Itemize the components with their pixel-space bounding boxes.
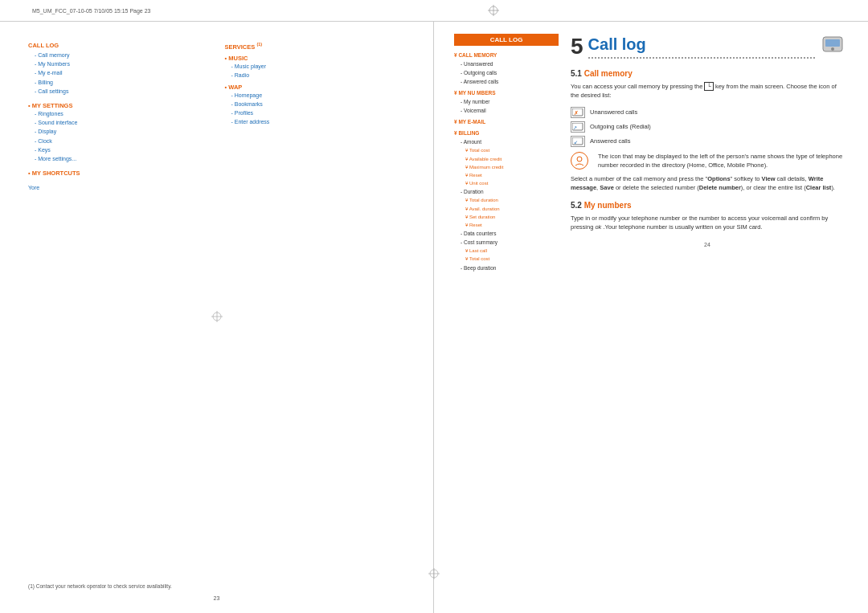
menu-voicemail: Voicemail (461, 106, 559, 115)
chapter-title: Call log (588, 35, 815, 59)
nav-profiles: Profiles (231, 108, 406, 117)
my-settings-title: MY SETTINGS (28, 102, 209, 109)
menu-outgoing: Outgoing calls (461, 68, 559, 77)
menu-my-number: My number (461, 97, 559, 106)
yore-text: Yore (28, 185, 209, 190)
footnote: (1) Contact your network operator to che… (28, 575, 405, 589)
menu-tree: CALL MEMORY Unanswered Outgoing calls An… (454, 51, 559, 272)
content-area: CALL LOG Call memory My Numbers My e-mai… (0, 22, 868, 613)
unanswered-label: Unanswered calls (590, 108, 637, 116)
wap-title: WAP (225, 84, 406, 91)
left-reg-mark-center (211, 311, 223, 324)
icon-row-answered: ↙ Answered calls (571, 136, 844, 147)
nav-sound: Sound interface (35, 118, 209, 127)
nav-radio: Radio (231, 71, 406, 80)
services-section: SERVICES (1) (225, 42, 406, 51)
nav-bookmarks: Bookmarks (231, 100, 406, 108)
svg-text:↙: ↙ (574, 140, 578, 145)
outgoing-icon: ↗ (571, 121, 585, 133)
chapter-number: 5 (571, 34, 583, 59)
menu-answered: Answered calls (461, 77, 559, 86)
nav-call-settings: Call settings (35, 87, 209, 96)
music-section: MUSIC Music player Radio (225, 55, 406, 80)
page-container: M5_UM_FCC_07-10-05 7/10/05 15:15 Page 23… (0, 0, 868, 613)
menu-reset-2: Reset (465, 221, 559, 229)
answered-label: Answered calls (590, 137, 630, 145)
menu-maximum-credit: Maximum credit (465, 163, 559, 171)
directory-icon-row: The icon that may be displayed to the le… (571, 152, 844, 170)
nav-call-memory: Call memory (35, 51, 209, 59)
section-52-title: 5.2 My numbers (571, 201, 844, 210)
icon-row-unanswered: ✗ Unanswered calls (571, 107, 844, 118)
wap-section: WAP Homepage Bookmarks Profiles Enter ad… (225, 84, 406, 127)
services-superscript: (1) (256, 42, 262, 47)
header-text: M5_UM_FCC_07-10-05 7/10/05 15:15 Page 23 (32, 8, 150, 14)
header-bar: M5_UM_FCC_07-10-05 7/10/05 15:15 Page 23 (0, 0, 868, 22)
nav-more-settings: More settings... (35, 154, 209, 163)
menu-data-counters: Data counters (461, 229, 559, 238)
svg-text:↗: ↗ (573, 125, 577, 130)
section-51-num: 5.1 (571, 69, 584, 78)
icon-list: ✗ Unanswered calls ↗ (571, 107, 844, 147)
left-page-number: 23 (28, 595, 405, 601)
registration-mark-top (488, 5, 499, 16)
main-content: 5 Call log 5.1 Call memory (571, 34, 844, 601)
menu-unanswered: Unanswered (461, 59, 559, 68)
right-reg-mark (428, 568, 440, 581)
nav-ringtones: Ringtones (35, 109, 209, 118)
my-shortcuts-section: MY SHORTCUTS (28, 170, 209, 177)
nav-display: Display (35, 127, 209, 136)
music-title: MUSIC (225, 55, 406, 62)
answered-icon: ↙ (571, 136, 585, 147)
section-52: 5.2 My numbers Type in or modify your te… (571, 201, 844, 232)
section-51-body1: You can access your call memory by press… (571, 82, 844, 100)
menu-billing: BILLING (454, 129, 559, 137)
section-51: 5.1 Call memory You can access your call… (571, 69, 844, 193)
services-title: SERVICES (1) (225, 42, 406, 51)
nav-keys: Keys (35, 145, 209, 154)
nav-column-1: CALL LOG Call memory My Numbers My e-mai… (28, 38, 209, 190)
section-51-title: 5.1 Call memory (571, 69, 844, 78)
left-page: CALL LOG Call memory My Numbers My e-mai… (0, 22, 434, 613)
menu-cost-summary: Cost summary (461, 238, 559, 247)
chapter-header: 5 Call log (571, 34, 844, 59)
menu-total-duration: Total duration (465, 196, 559, 204)
menu-duration: Duration (461, 187, 559, 196)
options-text: Select a number of the call memory and p… (571, 174, 844, 193)
directory-text: The icon that may be displayed to the le… (598, 152, 844, 170)
menu-reset-1: Reset (465, 171, 559, 179)
directory-icon (571, 152, 588, 170)
nav-clock: Clock (35, 137, 209, 145)
my-shortcuts-title: MY SHORTCUTS (28, 170, 209, 177)
menu-total-cost-2: Total cost (465, 255, 559, 263)
call-log-header: CALL LOG (454, 34, 559, 46)
middle-column: CALL LOG CALL MEMORY Unanswered Outgoing… (454, 34, 559, 601)
unanswered-icon: ✗ (571, 107, 585, 118)
right-page: CALL LOG CALL MEMORY Unanswered Outgoing… (434, 22, 868, 613)
outgoing-label: Outgoing calls (Redial) (590, 123, 651, 130)
nav-enter-address: Enter address (231, 117, 406, 126)
menu-available-credit: Available credit (465, 155, 559, 163)
nav-billing: Billing (35, 78, 209, 87)
icon-row-outgoing: ↗ Outgoing calls (Redial) (571, 121, 844, 133)
menu-call-memory: CALL MEMORY (454, 51, 559, 59)
menu-amount: Amount (461, 137, 559, 146)
nav-my-email: My e-mail (35, 68, 209, 77)
menu-last-call: Last call (465, 247, 559, 255)
menu-beep-duration: Beep duration (461, 264, 559, 272)
nav-column-2: SERVICES (1) MUSIC Music player Radio WA… (225, 38, 406, 190)
menu-set-duration: Set duration (465, 213, 559, 221)
nav-my-numbers: My Numbers (35, 59, 209, 68)
menu-unit-cost: Unit cost (465, 179, 559, 187)
call-log-title: CALL LOG (28, 42, 209, 49)
svg-point-11 (831, 47, 834, 51)
chapter-icon (821, 36, 844, 58)
svg-rect-10 (825, 39, 840, 47)
section-52-num: 5.2 (571, 201, 584, 210)
svg-text:✗: ✗ (574, 110, 579, 116)
menu-my-numbers: MY NU MBERS (454, 88, 559, 97)
right-page-number-wrapper: 24 (571, 238, 844, 247)
menu-my-email: MY E-MAIL (454, 117, 559, 126)
call-log-section: CALL LOG Call memory My Numbers My e-mai… (28, 42, 209, 96)
footnote-text: (1) Contact your network operator to che… (28, 583, 172, 589)
